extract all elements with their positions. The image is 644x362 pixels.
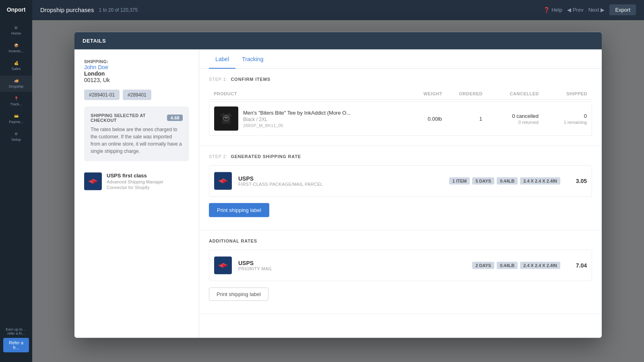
sidebar-item-setup[interactable]: ⚙ Setup <box>0 129 32 145</box>
sidebar-item-home[interactable]: ⊞ Home <box>0 23 32 39</box>
print-label-button-primary[interactable]: Print shipping label <box>209 203 269 217</box>
sales-icon: 💰 <box>14 61 19 65</box>
tag-order[interactable]: #289401 <box>123 90 151 100</box>
usps-logo-additional <box>214 257 232 274</box>
shipping-option-sub1: Advanced Shipping Manager <box>107 179 163 184</box>
badge-weight: 0.44LB <box>497 177 518 185</box>
sidebar-item-setup-label: Setup <box>11 138 21 142</box>
export-button[interactable]: Export <box>609 4 636 15</box>
sidebar-item-home-label: Home <box>11 31 21 35</box>
prev-button[interactable]: ◀ Prev <box>567 7 584 13</box>
step1-title-text: CONFIRM ITEMS <box>231 77 270 82</box>
col-shipped: SHIPPED <box>539 91 587 96</box>
product-sku: 288SP_M_BK11_05 <box>243 123 351 128</box>
home-icon: ⊞ <box>14 26 18 30</box>
checkout-title: SHIPPING SELECTED AT CHECKOUT 4.68 <box>91 113 183 123</box>
additional-title-text: ADDITIONAL RATES <box>209 239 257 243</box>
sidebar-item-inventory-label: Invento... <box>8 49 23 53</box>
sidebar-item-tracking[interactable]: 📍 Track... <box>0 93 32 109</box>
sidebar-item-inventory[interactable]: 📦 Invento... <box>0 40 32 56</box>
page-subtitle: 1 to 20 of 120,375 <box>99 7 138 13</box>
shipping-zip: 00123, Uk <box>84 77 189 83</box>
table-header: PRODUCT WEIGHT ORDERED CANCELLED SHIPPED <box>209 88 592 100</box>
badge-days: 5 DAYS <box>472 177 494 185</box>
page-body: DETAILS SHIPPING: John Doe London 00123,… <box>32 20 644 362</box>
step1-step-label: STEP 1: <box>209 77 227 82</box>
cancelled-count: 0 cancelled <box>512 113 539 119</box>
col-weight: WEIGHT <box>394 91 442 96</box>
sidebar-item-payments[interactable]: 💳 Payme... <box>0 111 32 127</box>
tracking-icon: 📍 <box>14 97 19 101</box>
checkout-badge: 4.68 <box>167 115 183 121</box>
print-label-button-additional[interactable]: Print shipping label <box>209 288 268 301</box>
usps-logo-left <box>84 173 102 190</box>
setup-icon: ⚙ <box>14 132 18 136</box>
badge-items: 1 ITEM <box>449 177 470 185</box>
weight-value: 0.00lb <box>394 115 442 121</box>
checkout-box: SHIPPING SELECTED AT CHECKOUT 4.68 The r… <box>84 107 189 161</box>
shipping-city: London <box>84 70 189 77</box>
additional-rates-title: ADDITIONAL RATES <box>209 239 592 243</box>
tag-order-line[interactable]: #289401-01 <box>84 90 120 100</box>
returned-count: 0 returned <box>518 119 539 124</box>
remaining-count: 1 remaining <box>564 119 587 124</box>
sidebar-item-sales[interactable]: 💰 Sales <box>0 58 32 74</box>
top-bar: Dropship purchases 1 to 20 of 120,375 ❓ … <box>32 0 644 20</box>
step2-section: STEP 2: GENERATED SHIPPING RATE <box>199 146 602 230</box>
earn-text: Earn up to ... refer a fri... <box>3 327 29 335</box>
right-panel: Label Tracking STEP 1: CONFIRM ITEMS PRO… <box>199 49 602 338</box>
left-panel: SHIPPING: John Doe London 00123, Uk #289… <box>74 49 199 338</box>
main-content: Dropship purchases 1 to 20 of 120,375 ❓ … <box>32 0 644 362</box>
sidebar-item-dropship[interactable]: 🚚 Dropship <box>0 76 32 92</box>
rate-price-additional: 7.04 <box>567 262 587 269</box>
col-product: PRODUCT <box>214 91 394 96</box>
product-thumbnail <box>214 107 238 131</box>
shipped-count: 0 <box>584 113 587 119</box>
rate-badges-primary: 1 ITEM 5 DAYS 0.44LB 2.4 X 2.4 X 2.4IN <box>449 177 560 185</box>
step1-title: STEP 1: CONFIRM ITEMS <box>209 77 592 82</box>
shipping-label: SHIPPING: <box>84 59 189 64</box>
tab-tracking[interactable]: Tracking <box>235 49 270 69</box>
rate-service-name: FIRST-CLASS PACKAGE/MAIL PARCEL <box>238 182 443 187</box>
shipping-option: USPS first class Advanced Shipping Manag… <box>84 168 189 195</box>
badge-dims-additional: 2.4 X 2.4 X 2.4IN <box>520 262 560 269</box>
ordered-value: 1 <box>442 115 482 121</box>
sidebar: Onport ⊞ Home 📦 Invento... 💰 Sales 🚚 Dro… <box>0 0 32 362</box>
step2-step-label: STEP 2: <box>209 154 227 159</box>
help-button[interactable]: ❓ Help <box>543 7 562 13</box>
tab-label[interactable]: Label <box>209 49 235 69</box>
payments-icon: 💳 <box>14 114 19 118</box>
modal-title: DETAILS <box>74 32 602 49</box>
checkout-description: The rates below are the ones charged to … <box>91 126 183 155</box>
product-name: Men's "Biters Bite" Tee by InkAddict (Mo… <box>243 109 351 115</box>
step2-title: STEP 2: GENERATED SHIPPING RATE <box>209 154 592 159</box>
page-title: Dropship purchases <box>40 6 94 13</box>
shipped-cell: 0 1 remaining <box>539 113 587 124</box>
badge-days-additional: 2 DAYS <box>472 262 494 269</box>
product-variant: Black / 2XL <box>243 116 351 122</box>
col-ordered: ORDERED <box>442 91 483 96</box>
details-modal: DETAILS SHIPPING: John Doe London 00123,… <box>74 32 602 338</box>
shipping-option-info: USPS first class Advanced Shipping Manag… <box>107 173 163 190</box>
rate-row-primary: USPS FIRST-CLASS PACKAGE/MAIL PARCEL 1 I… <box>209 165 592 197</box>
shipping-name: John Doe <box>84 64 189 70</box>
product-info: Men's "Biters Bite" Tee by InkAddict (Mo… <box>243 109 351 128</box>
shipping-option-sub2: Connector for Shopify <box>107 185 163 190</box>
col-cancelled: CANCELLED <box>483 91 539 96</box>
sidebar-item-dropship-label: Dropship <box>9 84 23 88</box>
next-button[interactable]: Next ▶ <box>588 7 605 13</box>
shipping-section: SHIPPING: John Doe London 00123, Uk <box>84 59 189 83</box>
shipping-option-name: USPS first class <box>107 173 163 179</box>
sidebar-item-sales-label: Sales <box>12 67 21 71</box>
table-row: Men's "Biters Bite" Tee by InkAddict (Mo… <box>209 101 592 136</box>
additional-rates-section: ADDITIONAL RATES <box>199 230 602 314</box>
usps-logo-primary <box>214 172 232 190</box>
sidebar-nav: ⊞ Home 📦 Invento... 💰 Sales 🚚 Dropship 📍… <box>0 23 32 145</box>
dropship-icon: 🚚 <box>14 79 19 83</box>
sidebar-item-payments-label: Payme... <box>9 120 23 124</box>
app-logo: Onport <box>4 6 29 13</box>
modal-body: SHIPPING: John Doe London 00123, Uk #289… <box>74 49 602 338</box>
cancelled-cell: 0 cancelled 0 returned <box>482 113 539 124</box>
step1-section: STEP 1: CONFIRM ITEMS PRODUCT WEIGHT ORD… <box>199 69 602 146</box>
refer-button[interactable]: Refer a fr... <box>3 338 29 352</box>
